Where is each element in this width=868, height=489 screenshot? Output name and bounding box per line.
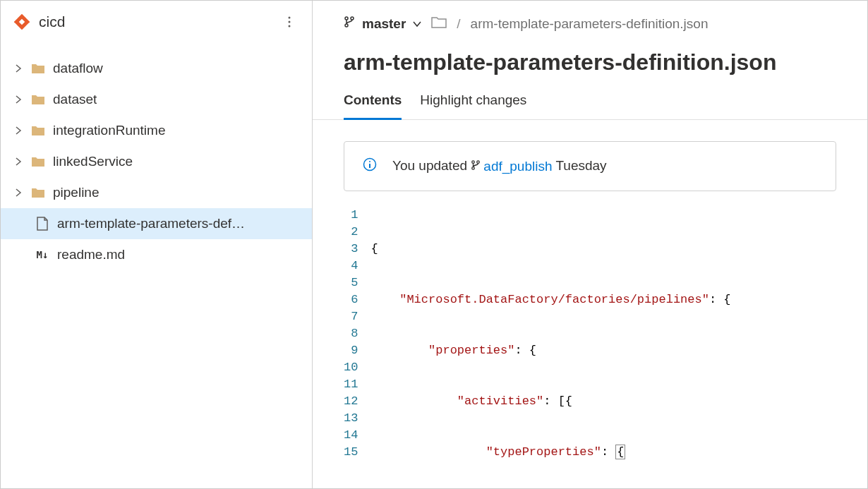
chevron-right-icon bbox=[13, 64, 23, 73]
tree-label: dataset bbox=[53, 92, 97, 107]
tree-folder-dataflow[interactable]: dataflow bbox=[1, 53, 312, 84]
tree-label: arm-template-parameters-def… bbox=[57, 216, 245, 231]
svg-point-13 bbox=[477, 161, 480, 164]
tab-highlight-changes[interactable]: Highlight changes bbox=[420, 92, 526, 119]
tree-folder-pipeline[interactable]: pipeline bbox=[1, 177, 312, 208]
tree-label: readme.md bbox=[57, 247, 125, 262]
line-gutter: 1 2 3 4 5 6 7 8 9 10 11 12 13 14 15 bbox=[344, 207, 370, 489]
more-icon[interactable] bbox=[281, 13, 298, 30]
tree-file-readme[interactable]: M↓ readme.md bbox=[1, 239, 312, 270]
sidebar-header: cicd bbox=[1, 1, 312, 43]
branch-icon bbox=[344, 16, 355, 32]
svg-point-3 bbox=[289, 21, 291, 23]
svg-point-12 bbox=[472, 167, 475, 170]
branch-selector[interactable]: master bbox=[344, 16, 421, 32]
folder-icon bbox=[30, 185, 46, 200]
sidebar: cicd dataflow dataset bbox=[1, 1, 313, 488]
folder-icon bbox=[30, 92, 46, 107]
repo-icon bbox=[13, 13, 30, 30]
tree-file-arm-template[interactable]: arm-template-parameters-def… bbox=[1, 208, 312, 239]
branch-icon bbox=[471, 159, 481, 174]
tree-folder-dataset[interactable]: dataset bbox=[1, 84, 312, 115]
branch-name: master bbox=[362, 16, 406, 32]
file-tree: dataflow dataset integrationRuntime bbox=[1, 43, 312, 270]
folder-icon[interactable] bbox=[431, 15, 447, 32]
folder-icon bbox=[30, 61, 46, 76]
tab-contents[interactable]: Contents bbox=[344, 92, 402, 120]
chevron-right-icon bbox=[13, 95, 23, 104]
svg-point-6 bbox=[345, 24, 348, 27]
tree-label: pipeline bbox=[53, 185, 100, 200]
notice-text: You updated adf_publish Tuesday bbox=[392, 158, 607, 174]
info-icon bbox=[363, 157, 377, 175]
breadcrumb: master / arm-template-parameters-definit… bbox=[313, 1, 867, 32]
breadcrumb-separator: / bbox=[457, 16, 460, 32]
chevron-down-icon bbox=[413, 16, 421, 32]
main-content: master / arm-template-parameters-definit… bbox=[313, 1, 867, 488]
folder-icon bbox=[30, 123, 46, 138]
branch-link[interactable]: adf_publish bbox=[471, 159, 552, 174]
tree-label: dataflow bbox=[53, 61, 103, 76]
page-title: arm-template-parameters-definition.json bbox=[313, 32, 867, 76]
tree-folder-integrationRuntime[interactable]: integrationRuntime bbox=[1, 115, 312, 146]
chevron-right-icon bbox=[13, 126, 23, 135]
repo-title: cicd bbox=[39, 13, 272, 30]
chevron-right-icon bbox=[13, 188, 23, 197]
svg-point-5 bbox=[345, 17, 348, 20]
code-editor[interactable]: 1 2 3 4 5 6 7 8 9 10 11 12 13 14 15 { "M… bbox=[344, 207, 867, 489]
chevron-right-icon bbox=[13, 157, 23, 166]
code-body[interactable]: { "Microsoft.DataFactory/factories/pipel… bbox=[370, 207, 867, 489]
svg-rect-10 bbox=[369, 164, 370, 168]
svg-point-11 bbox=[472, 161, 475, 164]
tree-folder-linkedService[interactable]: linkedService bbox=[1, 146, 312, 177]
update-notice: You updated adf_publish Tuesday bbox=[344, 141, 836, 191]
file-icon bbox=[35, 216, 50, 231]
svg-point-2 bbox=[289, 17, 291, 19]
breadcrumb-file: arm-template-parameters-definition.json bbox=[471, 16, 709, 32]
tabs: Contents Highlight changes bbox=[313, 76, 867, 120]
tree-label: linkedService bbox=[53, 154, 133, 169]
folder-icon bbox=[30, 154, 46, 169]
svg-point-7 bbox=[351, 17, 354, 20]
svg-point-4 bbox=[289, 25, 291, 28]
svg-point-9 bbox=[369, 161, 370, 162]
markdown-icon: M↓ bbox=[35, 247, 50, 262]
tree-label: integrationRuntime bbox=[53, 123, 165, 138]
